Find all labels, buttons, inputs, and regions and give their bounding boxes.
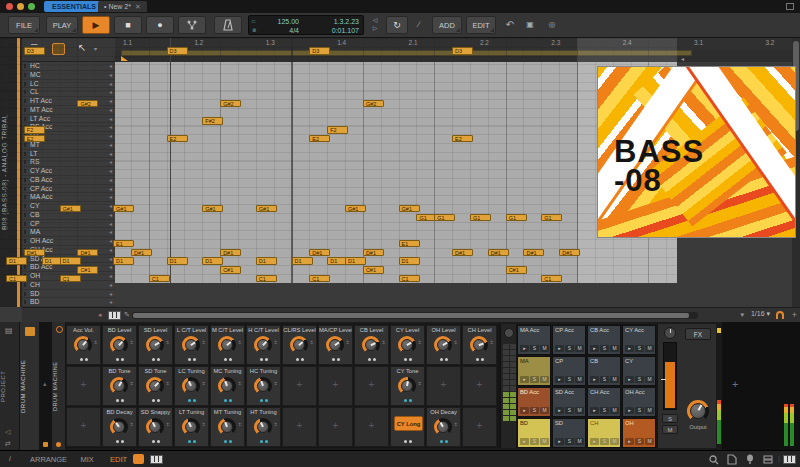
macro-knob[interactable] [254,418,272,436]
pad-play-button[interactable]: ▸ [625,438,634,445]
modulation-indicator[interactable] [139,399,172,402]
automation-follow-icon[interactable] [178,16,206,34]
percussion-icon[interactable] [744,454,756,465]
horizontal-scrollbar[interactable] [132,312,698,319]
pad-play-button[interactable]: ▸ [555,345,564,352]
speaker-icon[interactable]: ◁ [5,428,10,436]
fx-button[interactable]: FX [685,328,711,340]
pad-mute-button[interactable]: M [575,407,584,414]
note-event[interactable]: E1 [399,240,420,248]
output-knob[interactable] [687,400,709,422]
pad-solo-button[interactable]: S [635,407,644,414]
follow-playhead-icon[interactable]: ◎ [544,16,560,34]
macro-cell-mc-tuning[interactable]: MC Tuning± [210,366,245,406]
note-event[interactable]: G1 [434,214,455,222]
empty-macro-cell[interactable]: + [282,366,317,406]
macro-cell-sd-tone[interactable]: SD Tone± [138,366,173,406]
modulation-indicator[interactable] [355,358,388,361]
pad-mute-button[interactable]: M [575,376,584,383]
pad-solo-button[interactable]: S [600,407,609,414]
io-routing-icon[interactable]: ⇄ [5,440,11,448]
knob-spinner-icon[interactable]: ± [238,340,241,345]
note-event[interactable]: D1 [292,257,313,265]
pad-key-cell[interactable] [503,374,509,379]
note-event[interactable]: D#1 [309,249,330,257]
note-event[interactable]: G1 [506,214,527,222]
packages-icon[interactable] [762,454,774,465]
pad-play-button[interactable]: ▸ [590,376,599,383]
macro-cell-oh-level[interactable]: OH Level± [426,325,461,365]
note-event[interactable]: D3 [167,47,188,55]
pad-solo-button[interactable]: S [600,345,609,352]
macro-cell-ma-cp-level[interactable]: MA/CP Level± [318,325,353,365]
drum-pad-sd-acc[interactable]: SD Acc▸SM [552,387,586,417]
pad-key-cell[interactable] [503,416,509,421]
pad-solo-button[interactable]: S [530,438,539,445]
macro-knob[interactable] [110,336,128,354]
modulation-indicator[interactable] [211,399,244,402]
virtual-keyboard-icon[interactable] [783,455,796,464]
note-event[interactable]: D1 [167,257,188,265]
drum-pad-cy-acc[interactable]: CY Acc▸SM [622,325,656,355]
note-event[interactable]: D1 [256,257,277,265]
add-menu-button[interactable]: ADD [432,16,462,34]
chain-tab-drum-machine[interactable]: DRUM MACHINE [20,322,40,450]
pan-knob[interactable] [664,327,676,339]
note-event[interactable]: G#1 [399,205,420,213]
note-event[interactable]: D#1 [559,249,580,257]
window-layout-icon[interactable] [786,3,794,10]
note-event[interactable]: D1 [6,257,27,265]
note-event[interactable]: G1 [541,214,562,222]
piano-roll-icon[interactable] [150,455,163,464]
modulation-indicator[interactable] [427,358,460,361]
pad-mute-button[interactable]: M [540,345,549,352]
lane-preview-icon[interactable]: ◂ [109,298,112,307]
knob-spinner-icon[interactable]: ± [274,381,277,386]
modulation-indicator[interactable] [283,358,316,361]
macro-knob[interactable] [182,336,200,354]
add-mapping-icon[interactable]: + [283,420,316,431]
note-event[interactable]: C1 [399,275,420,283]
knob-spinner-icon[interactable]: ± [202,340,205,345]
macro-knob[interactable] [470,336,488,354]
tempo-value[interactable]: 125.00 [261,17,299,26]
drum-pad-ma[interactable]: MA▸SM [517,356,551,386]
note-event[interactable]: C#1 [77,266,98,274]
scroll-dropdown-icon[interactable]: ▾ [740,311,744,319]
note-event[interactable]: G#2 [363,100,384,108]
device-power-icon[interactable] [56,326,63,333]
pad-key-cell[interactable] [503,386,509,391]
macro-knob[interactable] [362,336,380,354]
macro-knob[interactable] [146,418,164,436]
macro-cell-oh-decay[interactable]: OH Decay± [426,407,461,447]
note-event[interactable]: C1 [6,275,27,283]
drum-pad-cb[interactable]: CB▸SM [587,356,621,386]
macro-cell-cb-level[interactable]: CB Level± [354,325,389,365]
add-mapping-icon[interactable]: + [427,379,460,390]
note-event[interactable]: F#2 [202,117,223,125]
note-event[interactable]: F2 [24,126,45,134]
remote-controls-icon[interactable] [56,442,61,447]
knob-spinner-icon[interactable]: ± [130,381,133,386]
edit-menu-button[interactable]: EDIT [466,16,496,34]
browser-icon[interactable]: ▤ [5,326,13,335]
note-event[interactable]: D#1 [24,249,45,257]
note-event[interactable]: G#2 [77,100,98,108]
stop-button[interactable]: ■ [114,16,142,34]
macro-cell-bd-tone[interactable]: BD Tone± [102,366,137,406]
modulation-indicator[interactable] [103,440,136,443]
empty-macro-cell[interactable]: + [354,407,389,447]
pad-key-cell[interactable] [503,380,509,385]
empty-macro-cell[interactable]: + [462,366,497,406]
pad-key-cell[interactable] [503,344,509,349]
macro-knob[interactable] [434,418,452,436]
time-value[interactable]: 0:01.107 [307,26,359,35]
note-event[interactable]: D3 [24,47,45,55]
panel-tab-project[interactable]: ▤ PROJECT ◁ ⇄ [0,322,20,450]
pad-key-cell[interactable] [503,368,509,373]
pad-play-button[interactable]: ▸ [555,438,564,445]
pad-solo-button[interactable]: S [565,438,574,445]
add-mapping-icon[interactable]: + [67,420,100,431]
pad-solo-button[interactable]: S [635,345,644,352]
pad-play-button[interactable]: ▸ [520,438,529,445]
